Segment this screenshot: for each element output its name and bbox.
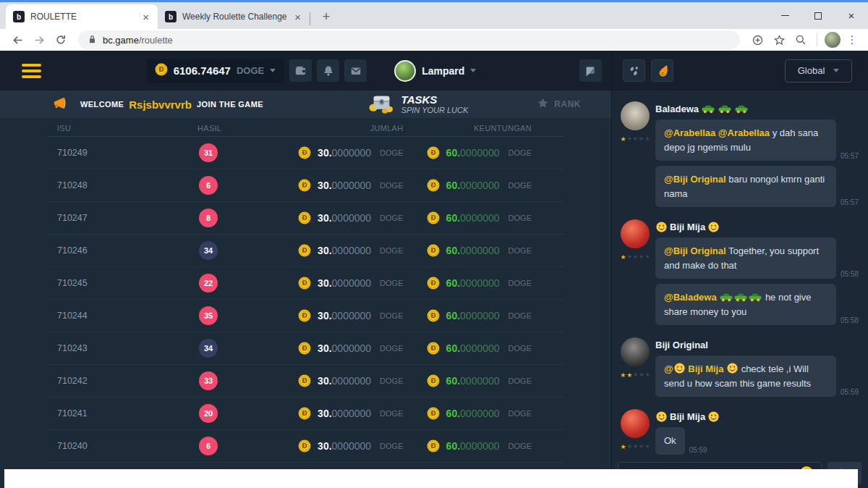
table-row[interactable]: 710245 22 Đ 30.0000000 DOGE Đ 60.0000000… (47, 267, 564, 300)
result-cell: 34 (177, 241, 286, 260)
user-mention[interactable]: @Arabellaa (718, 127, 770, 138)
result-badge: 34 (199, 339, 218, 358)
profit-amount: 60.0000000 (446, 439, 500, 453)
tasks-title: TASKS (401, 94, 469, 106)
welcome-username[interactable]: Rsjsbvvrvrb (129, 98, 192, 111)
chat-avatar[interactable] (621, 101, 650, 130)
message-time: 05:59 (841, 388, 859, 397)
minimize-button[interactable] (768, 2, 801, 29)
search-icon[interactable] (792, 31, 809, 49)
svg-text:Đ: Đ (430, 377, 436, 384)
column-isu: ISU (47, 124, 177, 132)
browser-menu-icon[interactable]: ⋮ (845, 33, 859, 46)
car-emoji (749, 293, 762, 302)
chat-avatar[interactable] (621, 409, 650, 438)
svg-text:Đ: Đ (302, 377, 307, 384)
chat-avatar[interactable] (621, 219, 650, 248)
notifications-bell-button[interactable] (317, 59, 339, 82)
svg-text:Đ: Đ (158, 66, 164, 73)
balance-selector[interactable]: Đ 6106.74647 DOGE (146, 59, 285, 83)
chat-channel-value: Global (798, 65, 825, 76)
bet-amount: 30.0000000 (318, 407, 371, 420)
browser-profile-avatar[interactable] (825, 32, 841, 48)
doge-coin-icon: Đ (427, 439, 440, 453)
chevron-down-icon (270, 69, 276, 72)
rain-button[interactable] (623, 59, 645, 82)
user-mention[interactable]: @Baladewa (664, 292, 719, 303)
column-keuntungan: KEUNTUNGAN (425, 124, 565, 132)
level-star-icon: ★ (627, 135, 632, 143)
chat-username[interactable]: Biji Mija (655, 219, 861, 232)
chat-message-group: ★★★★★ Biji Original @ Biji Mija check te… (618, 337, 861, 397)
chat-channel-select[interactable]: Global (785, 59, 852, 83)
tab-close-icon[interactable]: × (293, 12, 302, 22)
level-star-icon: ★ (621, 253, 626, 261)
round-id: 710243 (47, 343, 177, 353)
user-mention[interactable]: @ (664, 363, 673, 374)
table-row[interactable]: 710247 8 Đ 30.0000000 DOGE Đ 60.0000000 … (47, 202, 564, 235)
level-star-icon: ★ (633, 371, 638, 379)
user-avatar (394, 60, 416, 82)
table-row[interactable]: 710240 6 Đ 30.0000000 DOGE Đ 60.0000000 … (47, 430, 564, 463)
rank-widget[interactable]: RANK (537, 97, 581, 112)
table-row[interactable]: 710246 34 Đ 30.0000000 DOGE Đ 60.0000000… (47, 235, 564, 267)
bet-amount-cell: Đ 30.0000000 DOGE (286, 309, 425, 322)
chat-header: Đ Global (612, 51, 868, 91)
url-field[interactable]: bc.game/roulette (78, 30, 740, 49)
tab-weekly-challenge[interactable]: b Weekly Roulette Challenge - Win × (158, 4, 310, 29)
forward-icon[interactable] (30, 31, 48, 49)
coin-drop-fire-button[interactable]: Đ (651, 59, 673, 82)
chat-username[interactable]: Biji Mija (655, 409, 861, 422)
user-mention[interactable]: @Arabellaa (664, 127, 715, 138)
round-id: 710242 (47, 376, 177, 386)
username: Lampard (422, 65, 464, 77)
tab-roulette[interactable]: b ROULETTE × (6, 4, 158, 29)
reload-icon[interactable] (52, 31, 69, 49)
tab-close-icon[interactable]: × (141, 12, 150, 22)
chat-message: @Biji Original baru nongol kmrn ganti na… (655, 166, 861, 207)
wallet-button[interactable] (289, 59, 312, 82)
close-button[interactable]: × (835, 2, 868, 29)
table-row[interactable]: 710243 34 Đ 30.0000000 DOGE Đ 60.0000000… (47, 332, 564, 365)
balance-amount: 6106.74647 (174, 64, 231, 77)
doge-coin-icon: Đ (298, 244, 311, 257)
svg-text:Đ: Đ (302, 345, 307, 352)
bookmark-star-icon[interactable] (770, 31, 788, 49)
table-row[interactable]: 710241 20 Đ 30.0000000 DOGE Đ 60.0000000… (47, 397, 564, 430)
doge-coin-icon: Đ (427, 309, 440, 322)
chat-message-group: ★★★★★ Biji Mija Ok 05:59 (618, 409, 861, 455)
user-mention[interactable]: @Biji Original (664, 245, 726, 256)
treasure-chest-icon (368, 92, 394, 117)
level-star-icon: ★ (620, 371, 626, 379)
round-id: 710249 (47, 148, 177, 158)
url-path: /roulette (139, 35, 173, 46)
table-row[interactable]: 710242 33 Đ 30.0000000 DOGE Đ 60.0000000… (47, 365, 564, 397)
message-text: Biji Original (655, 340, 708, 350)
messages-envelope-button[interactable] (344, 59, 367, 82)
tasks-widget[interactable]: TASKS SPIN YOUR LUCK (368, 92, 469, 117)
table-row[interactable]: 710249 31 Đ 30.0000000 DOGE Đ 60.0000000… (47, 137, 564, 169)
chat-toggle-button[interactable] (579, 59, 602, 82)
zoom-page-icon[interactable] (749, 31, 766, 49)
result-badge: 31 (199, 143, 218, 162)
table-row[interactable]: 710244 35 Đ 30.0000000 DOGE Đ 60.0000000… (47, 300, 564, 332)
menu-hamburger-icon[interactable] (20, 61, 43, 81)
chat-username[interactable]: Baladewa (655, 101, 861, 114)
svg-text:Đ: Đ (302, 279, 307, 287)
user-menu[interactable]: Lampard (394, 60, 476, 82)
main-column: Đ 6106.74647 DOGE Lampard (0, 51, 611, 488)
message-time: 05:58 (841, 316, 859, 325)
currency-label: DOGE (509, 409, 532, 418)
profit-cell: Đ 60.0000000 DOGE (425, 277, 565, 290)
chat-avatar[interactable] (621, 337, 650, 366)
new-tab-button[interactable]: + (316, 7, 336, 27)
chat-username[interactable]: Biji Original (655, 337, 861, 350)
currency-label: DOGE (380, 214, 403, 222)
user-level-stars: ★★★★★ (621, 135, 650, 143)
back-icon[interactable] (9, 31, 26, 49)
user-mention[interactable]: @Biji Original (664, 174, 726, 185)
maximize-button[interactable] (801, 2, 835, 29)
table-row[interactable]: 710248 6 Đ 30.0000000 DOGE Đ 60.0000000 … (47, 169, 564, 202)
profit-amount: 60.0000000 (446, 244, 500, 257)
user-mention[interactable]: Biji Mija (686, 363, 726, 374)
